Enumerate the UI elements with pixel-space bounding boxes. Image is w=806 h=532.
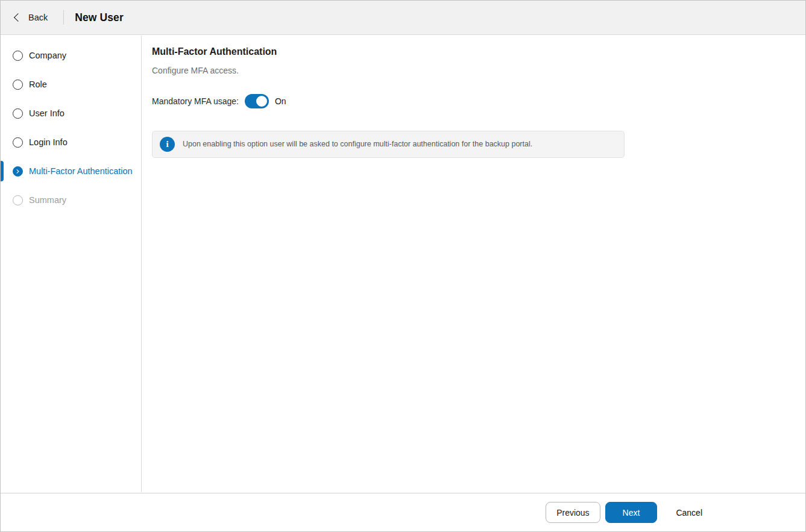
- next-button[interactable]: Next: [605, 502, 658, 523]
- section-title: Multi-Factor Authentication: [152, 46, 805, 57]
- info-icon: i: [160, 137, 175, 152]
- sidebar-item-company[interactable]: Company: [1, 41, 141, 70]
- previous-button[interactable]: Previous: [546, 502, 600, 523]
- info-banner-text: Upon enabling this option user will be a…: [183, 139, 532, 149]
- step-label: User Info: [29, 108, 65, 118]
- toggle-knob: [256, 96, 267, 107]
- sidebar-item-summary[interactable]: Summary: [1, 186, 141, 214]
- step-active-chevron-icon: [13, 166, 23, 177]
- section-subtitle: Configure MFA access.: [152, 66, 805, 75]
- chevron-left-icon: [14, 13, 22, 22]
- main-content: Multi-Factor Authentication Configure MF…: [142, 36, 805, 492]
- new-user-wizard-window: { "header": { "back_label": "Back", "tit…: [0, 0, 806, 532]
- header-divider: [63, 10, 64, 25]
- mandatory-mfa-toggle[interactable]: [245, 94, 269, 108]
- sidebar-item-user-info[interactable]: User Info: [1, 99, 141, 128]
- page-title: New User: [75, 11, 124, 24]
- sidebar-item-multi-factor-authentication[interactable]: Multi-Factor Authentication: [1, 157, 141, 186]
- back-label: Back: [28, 13, 48, 22]
- back-button[interactable]: Back: [15, 13, 48, 22]
- header: Back New User: [1, 1, 805, 35]
- step-circle-icon: [13, 195, 23, 205]
- step-circle-icon: [13, 137, 23, 148]
- step-label: Summary: [29, 195, 66, 205]
- step-circle-icon: [13, 80, 23, 90]
- sidebar-item-login-info[interactable]: Login Info: [1, 128, 141, 157]
- step-circle-icon: [13, 51, 23, 61]
- toggle-state-label: On: [275, 96, 286, 106]
- step-label: Login Info: [29, 137, 68, 147]
- step-label: Role: [29, 80, 47, 89]
- mfa-toggle-row: Mandatory MFA usage: On: [152, 94, 805, 108]
- step-label: Company: [29, 51, 66, 60]
- step-circle-icon: [13, 108, 23, 119]
- wizard-footer: Previous Next Cancel: [1, 493, 805, 531]
- wizard-steps-sidebar: Company Role User Info Login Info Multi-…: [1, 36, 142, 492]
- sidebar-item-role[interactable]: Role: [1, 70, 141, 99]
- cancel-button[interactable]: Cancel: [673, 502, 705, 523]
- mfa-toggle-label: Mandatory MFA usage:: [152, 96, 239, 106]
- step-label: Multi-Factor Authentication: [29, 166, 133, 176]
- info-banner: i Upon enabling this option user will be…: [152, 131, 625, 158]
